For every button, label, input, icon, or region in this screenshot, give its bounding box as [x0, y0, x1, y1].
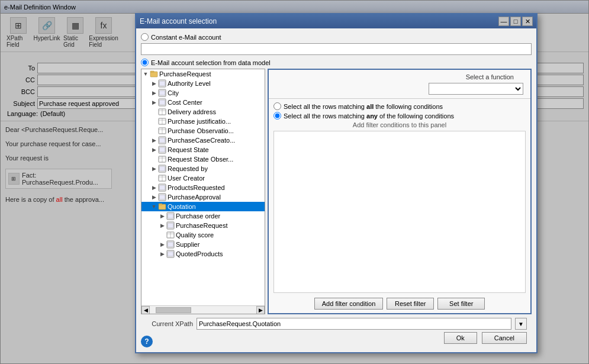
tree-expander[interactable]: ▶	[158, 212, 166, 220]
reset-filter-btn[interactable]: Reset filter	[387, 298, 434, 310]
tree-item-label: ProductsRequested	[168, 184, 225, 191]
function-select[interactable]	[429, 83, 523, 95]
svg-rect-20	[159, 147, 165, 152]
tree-expander[interactable]: ▶	[150, 89, 158, 97]
xpath-input[interactable]	[197, 318, 511, 330]
cancel-button[interactable]: Cancel	[482, 332, 527, 344]
tree-item[interactable]: ▶City	[141, 88, 265, 98]
tree-item[interactable]: ▶ProductsRequested	[141, 183, 265, 192]
tree-item[interactable]: ▼PurchaseRequest	[141, 69, 265, 79]
main-panel: ▼PurchaseRequest▶Authority Level▶City▶Co…	[141, 69, 532, 314]
tree-item[interactable]: ▶PurchaseRequest	[141, 221, 265, 230]
tree-expander[interactable]: ▶	[150, 136, 158, 144]
tree-item[interactable]: Purchase Observatio...	[141, 126, 265, 136]
tree-item-label: PurchaseRequest	[176, 222, 227, 229]
close-btn[interactable]: ✕	[522, 17, 533, 26]
filter-radio-any[interactable]	[273, 112, 281, 120]
scroll-right-btn[interactable]: ▶	[256, 306, 265, 314]
filter-section: Select all the rows matching all the fol…	[269, 98, 530, 313]
tree-hscroll[interactable]: ◀ ▶	[141, 305, 265, 314]
tree-expander[interactable]: ▶	[150, 146, 158, 154]
tree-expander[interactable]	[158, 231, 166, 239]
tree-item[interactable]: ▶Requested by	[141, 164, 265, 173]
tree-item[interactable]: ▼Quotation	[141, 202, 265, 211]
minimize-btn[interactable]: —	[498, 17, 509, 26]
filter-radio2-row: Select all the rows matching any of the …	[273, 112, 526, 120]
tree-item[interactable]: ▶PurchaseCaseCreato...	[141, 136, 265, 145]
modal-titlebar: E-Mail account selection — □ ✕	[136, 14, 536, 28]
tree-item-label: Request State	[168, 146, 209, 153]
filter-buttons: Add filter condition Reset filter Set fi…	[273, 298, 526, 310]
tree-expander[interactable]	[150, 108, 158, 116]
tree-panel: ▼PurchaseRequest▶Authority Level▶City▶Co…	[141, 69, 265, 314]
tree-item[interactable]: ▶Authority Level	[141, 79, 265, 88]
tree-expander[interactable]: ▶	[158, 221, 166, 230]
tree-expander[interactable]: ▶	[150, 79, 158, 88]
tree-expander[interactable]	[150, 117, 158, 125]
tree-expander[interactable]: ▼	[141, 70, 150, 78]
tree-expander[interactable]	[150, 127, 158, 135]
tree-item-label: Authority Level	[168, 80, 211, 87]
tree-expander[interactable]: ▶	[150, 183, 158, 192]
tree-item[interactable]: ▶Request State	[141, 145, 265, 154]
radio-constant-row: Constant e-Mail account	[141, 33, 532, 41]
tree-item-label: City	[168, 89, 179, 96]
modal-controls: — □ ✕	[498, 17, 533, 26]
tree-item[interactable]: ▶Purchase order	[141, 211, 265, 221]
tree-item-label: Delivery address	[168, 108, 216, 115]
maximize-btn[interactable]: □	[510, 17, 521, 26]
tree-expander[interactable]	[150, 174, 158, 182]
tree-item-label: Purchase Observatio...	[168, 127, 234, 134]
tree-expander[interactable]: ▶	[150, 193, 158, 201]
scroll-left-btn[interactable]: ◀	[141, 306, 150, 314]
tree-expander[interactable]: ▶	[158, 240, 166, 249]
tree-item[interactable]: Purchase justificatio...	[141, 117, 265, 126]
tree-item[interactable]: ▶Supplier	[141, 240, 265, 249]
tree-item-label: QuotedProducts	[176, 250, 223, 257]
tree-expander[interactable]: ▶	[158, 250, 166, 258]
xpath-row: Current XPath ▼	[146, 318, 527, 330]
ok-button[interactable]: Ok	[444, 332, 477, 344]
tree-scroll[interactable]: ▼PurchaseRequest▶Authority Level▶City▶Co…	[141, 69, 265, 305]
tree-expander[interactable]	[150, 155, 158, 163]
tree-item[interactable]: Quality score	[141, 230, 265, 240]
tree-item-label: Request State Obser...	[168, 156, 233, 163]
svg-rect-0	[150, 72, 157, 77]
field-icon	[158, 193, 166, 201]
tree-item[interactable]: User Creator	[141, 173, 265, 183]
tree-item[interactable]: ▶PurchaseApproval	[141, 192, 265, 202]
field-icon	[158, 183, 166, 192]
radio-datamodel[interactable]	[141, 59, 149, 66]
filter-radio2-text: Select all the rows matching any of the …	[284, 112, 454, 120]
field-icon	[158, 174, 166, 182]
modal-body: Constant e-Mail account E-Mail account s…	[136, 28, 536, 352]
field-icon	[158, 146, 166, 154]
tree-item[interactable]: ▶QuotedProducts	[141, 249, 265, 259]
svg-rect-45	[168, 252, 173, 256]
svg-rect-25	[159, 166, 165, 171]
tree-expander[interactable]: ▼	[150, 202, 158, 211]
svg-rect-3	[159, 81, 165, 86]
field-icon	[158, 165, 166, 173]
help-icon[interactable]: ?	[141, 336, 153, 347]
set-filter-btn[interactable]: Set filter	[437, 298, 485, 310]
tree-expander[interactable]: ▶	[150, 165, 158, 173]
filter-radio-all[interactable]	[273, 102, 281, 110]
tree-item-label: Cost Center	[168, 99, 202, 106]
xpath-arrow-btn[interactable]: ▼	[515, 318, 527, 330]
field-icon	[158, 98, 166, 107]
constant-email-input[interactable]	[141, 43, 532, 55]
tree-item-label: Quality score	[176, 231, 214, 239]
tree-item[interactable]: Request State Obser...	[141, 154, 265, 164]
bottom-area: Current XPath ▼ Ok Cancel	[141, 314, 532, 347]
hscroll-thumb[interactable]	[156, 307, 191, 313]
tree-item[interactable]: Delivery address	[141, 107, 265, 117]
tree-expander[interactable]: ▶	[150, 98, 158, 107]
tree-item[interactable]: ▶Cost Center	[141, 98, 265, 107]
field-icon	[166, 240, 175, 249]
svg-rect-36	[168, 214, 173, 218]
radio-constant[interactable]	[141, 33, 149, 41]
add-filter-btn[interactable]: Add filter condition	[314, 298, 384, 310]
tree-item-label: Quotation	[168, 203, 196, 210]
svg-rect-1	[150, 71, 154, 72]
